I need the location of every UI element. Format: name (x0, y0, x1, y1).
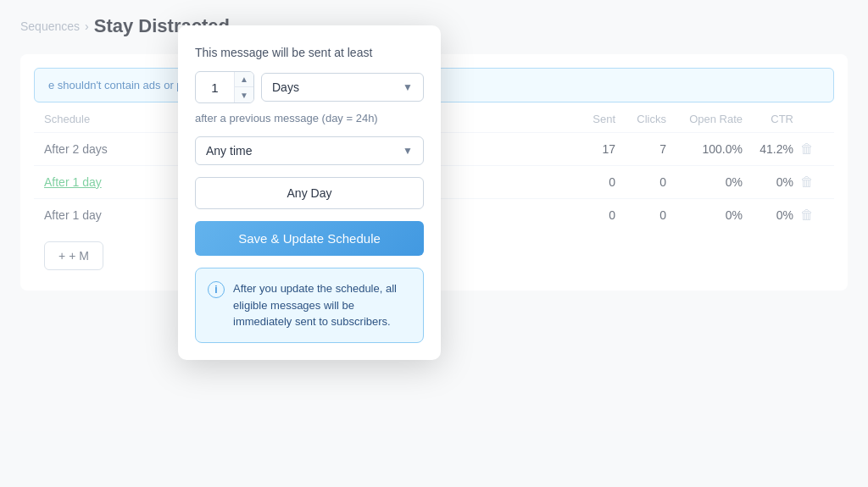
info-notice: i After you update the schedule, all eli… (195, 268, 424, 343)
unit-dropdown[interactable]: Days ▼ (261, 73, 424, 102)
day-spinner[interactable]: 1 ▲ ▼ (195, 71, 254, 103)
save-update-schedule-button[interactable]: Save & Update Schedule (195, 221, 424, 256)
dropdown-arrow-icon: ▼ (403, 81, 413, 93)
schedule-modal: This message will be sent at least 1 ▲ ▼… (178, 25, 441, 360)
info-notice-text: After you update the schedule, all eligi… (233, 280, 411, 330)
time-dropdown-arrow-icon: ▼ (403, 145, 413, 157)
info-icon: i (208, 281, 225, 298)
time-dropdown[interactable]: Any time ▼ (195, 136, 424, 165)
spinner-controls: ▲ ▼ (234, 71, 253, 103)
spinner-value: 1 (196, 80, 234, 95)
time-dropdown-value: Any time (206, 144, 252, 158)
modal-inputs-row: 1 ▲ ▼ Days ▼ (195, 71, 424, 103)
modal-intro-text: This message will be sent at least (195, 46, 424, 59)
modal-note: after a previous message (day = 24h) (195, 112, 424, 125)
spinner-down-button[interactable]: ▼ (235, 87, 253, 103)
unit-dropdown-value: Days (272, 80, 299, 94)
any-day-button[interactable]: Any Day (195, 177, 424, 209)
spinner-up-button[interactable]: ▲ (235, 71, 253, 87)
